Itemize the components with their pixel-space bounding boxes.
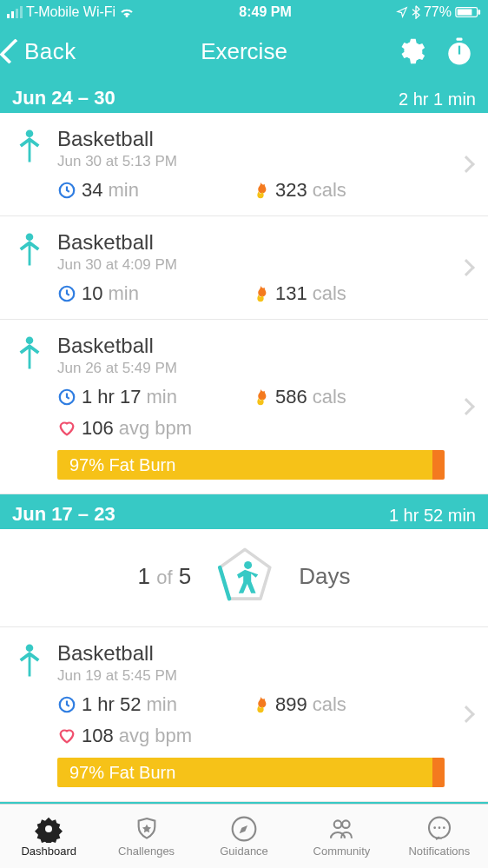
activity-title: Basketball bbox=[57, 334, 445, 358]
section-header: Jun 24 – 302 hr 1 min bbox=[0, 78, 488, 113]
clock: 8:49 PM bbox=[239, 4, 291, 20]
svg-rect-2 bbox=[478, 10, 480, 14]
tab-label: Dashboard bbox=[21, 845, 76, 858]
exercise-row[interactable]: BasketballJun 30 at 4:09 PM10min131cals bbox=[0, 216, 488, 320]
flame-icon bbox=[251, 181, 270, 200]
tab-label: Guidance bbox=[220, 845, 268, 858]
fatburn-label: 97% Fat Burn bbox=[57, 758, 432, 787]
goal-summary[interactable]: 1 of 5Days bbox=[0, 529, 488, 627]
status-left: T-Mobile Wi-Fi bbox=[7, 4, 135, 20]
stopwatch-icon[interactable] bbox=[445, 36, 474, 66]
activity-timestamp: Jun 19 at 5:45 PM bbox=[57, 667, 445, 685]
activity-timestamp: Jun 26 at 5:49 PM bbox=[57, 360, 445, 377]
section-range: Jun 17 – 23 bbox=[12, 503, 115, 526]
fatburn-bar: 97% Fat Burn bbox=[57, 450, 445, 480]
tab-challenges[interactable]: Challenges bbox=[97, 805, 195, 868]
duration-stat: 1 hr 52min bbox=[57, 693, 251, 716]
tab-guidance[interactable]: Guidance bbox=[195, 805, 293, 868]
flame-icon bbox=[251, 284, 270, 303]
status-right: 77% bbox=[396, 4, 481, 20]
gear-icon[interactable] bbox=[396, 36, 425, 66]
activity-person-icon bbox=[10, 641, 49, 787]
svg-point-6 bbox=[26, 129, 34, 137]
clock-icon bbox=[57, 695, 76, 714]
duration-stat: 1 hr 17min bbox=[57, 386, 251, 408]
calories-stat: 131cals bbox=[251, 282, 445, 305]
tab-label: Challenges bbox=[118, 845, 175, 858]
svg-rect-3 bbox=[456, 37, 462, 40]
clock-icon bbox=[57, 284, 76, 303]
goal-progress: 1 of 5 bbox=[137, 563, 191, 590]
heart-icon bbox=[57, 726, 76, 745]
bluetooth-icon bbox=[412, 5, 420, 19]
tab-label: Community bbox=[313, 845, 371, 858]
duration-stat: 10min bbox=[57, 282, 251, 305]
back-button[interactable]: Back bbox=[0, 38, 76, 65]
svg-point-22 bbox=[443, 826, 445, 829]
section-range: Jun 24 – 30 bbox=[12, 87, 115, 109]
section-total: 2 hr 1 min bbox=[399, 89, 476, 109]
tab-notifications[interactable]: Notifications bbox=[391, 805, 488, 868]
svg-point-18 bbox=[342, 820, 350, 828]
activity-person-icon bbox=[10, 230, 49, 305]
activity-person-icon bbox=[10, 334, 49, 480]
svg-point-20 bbox=[433, 826, 436, 829]
flame-icon bbox=[251, 388, 270, 407]
tab-community[interactable]: Community bbox=[293, 805, 390, 868]
clock-icon bbox=[57, 181, 76, 200]
exercise-row[interactable]: BasketballJun 26 at 5:49 PM1 hr 17min586… bbox=[0, 320, 488, 494]
calories-stat: 899cals bbox=[251, 693, 445, 716]
activity-title: Basketball bbox=[57, 641, 445, 666]
shield-icon bbox=[133, 815, 161, 843]
tab-label: Notifications bbox=[408, 845, 470, 858]
tab-dashboard[interactable]: Dashboard bbox=[0, 805, 97, 868]
fatburn-cardio-segment bbox=[432, 758, 445, 787]
goal-label: Days bbox=[299, 563, 350, 590]
fatburn-bar: 97% Fat Burn bbox=[57, 758, 445, 787]
nav-bar: Back Exercise bbox=[0, 24, 488, 78]
duration-stat: 34min bbox=[57, 179, 251, 202]
dashboard-icon bbox=[35, 815, 63, 843]
flame-icon bbox=[251, 695, 270, 714]
svg-point-10 bbox=[26, 336, 34, 344]
activity-timestamp: Jun 30 at 4:09 PM bbox=[57, 256, 445, 274]
back-label: Back bbox=[24, 38, 76, 65]
heartrate-stat: 108avg bpm bbox=[57, 725, 445, 747]
svg-point-21 bbox=[438, 826, 440, 829]
status-bar: T-Mobile Wi-Fi 8:49 PM 77% bbox=[0, 0, 488, 24]
chevron-left-icon bbox=[0, 38, 25, 64]
carrier-label: T-Mobile Wi-Fi bbox=[26, 4, 115, 20]
svg-point-12 bbox=[244, 561, 252, 569]
signal-icon bbox=[7, 6, 23, 18]
exercise-row[interactable]: BasketballJun 19 at 5:45 PM1 hr 52min899… bbox=[0, 627, 488, 802]
svg-rect-5 bbox=[458, 46, 460, 55]
battery-icon bbox=[455, 6, 481, 18]
chat-icon bbox=[425, 815, 453, 843]
svg-point-15 bbox=[45, 825, 52, 832]
svg-rect-1 bbox=[458, 9, 472, 15]
calories-stat: 323cals bbox=[251, 179, 445, 202]
tab-bar: Dashboard Challenges Guidance Community … bbox=[0, 804, 488, 868]
fatburn-cardio-segment bbox=[432, 450, 445, 480]
activity-title: Basketball bbox=[57, 230, 445, 255]
svg-point-17 bbox=[334, 820, 342, 828]
people-icon bbox=[327, 815, 355, 843]
exercise-row[interactable]: BasketballJun 30 at 5:13 PM34min323cals bbox=[0, 113, 488, 216]
heart-icon bbox=[57, 419, 76, 438]
location-icon bbox=[396, 6, 408, 18]
svg-point-13 bbox=[26, 644, 34, 652]
fatburn-label: 97% Fat Burn bbox=[57, 450, 432, 480]
clock-icon bbox=[57, 388, 76, 407]
svg-point-8 bbox=[26, 233, 34, 241]
section-header: Jun 17 – 231 hr 52 min bbox=[0, 494, 488, 529]
battery-pct: 77% bbox=[424, 4, 452, 20]
activity-person-icon bbox=[10, 127, 49, 202]
calories-stat: 586cals bbox=[251, 386, 445, 408]
wifi-icon bbox=[119, 6, 135, 18]
section-total: 1 hr 52 min bbox=[389, 506, 476, 526]
compass-icon bbox=[230, 815, 258, 843]
activity-title: Basketball bbox=[57, 127, 445, 151]
heartrate-stat: 106avg bpm bbox=[57, 417, 445, 440]
activity-timestamp: Jun 30 at 5:13 PM bbox=[57, 153, 445, 170]
pentagon-runner-icon bbox=[214, 545, 276, 607]
